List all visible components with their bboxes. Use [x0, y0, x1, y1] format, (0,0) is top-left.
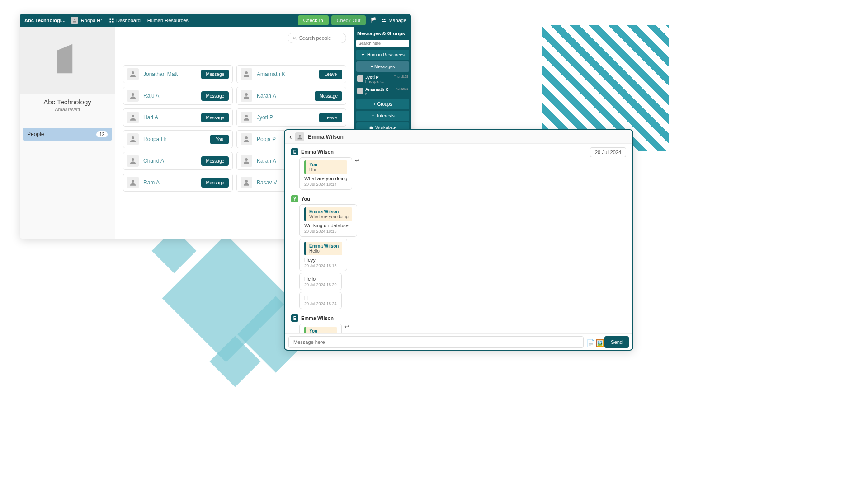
person-action-button[interactable]: Message [315, 91, 342, 101]
people-tab[interactable]: People 12 [23, 128, 112, 141]
person-card: Jonathan Matt Message [123, 65, 233, 83]
person-name[interactable]: Roopa Hr [143, 136, 210, 142]
message-text: H [304, 295, 337, 300]
svg-point-21 [362, 54, 363, 55]
svg-point-10 [245, 71, 248, 74]
svg-rect-25 [370, 126, 372, 127]
check-out-button[interactable]: Check-Out [331, 15, 366, 25]
top-bar: Abc Technologi... Roopa Hr Dashboard Hum… [20, 14, 411, 27]
person-action-button[interactable]: You [210, 135, 229, 144]
convo-avatar-icon [357, 75, 363, 82]
message-bubble[interactable]: YouHhiHii20 Jul 2024 20:08 [299, 324, 342, 333]
message-bubble[interactable]: H20 Jul 2024 18:24 [299, 292, 342, 309]
svg-point-11 [132, 93, 134, 96]
nav-human-resources[interactable]: Human Resources [147, 18, 189, 23]
sidebar-item-messages[interactable]: + Messages [356, 61, 409, 72]
message-bubble[interactable]: Emma WilsonHelloHeyy20 Jul 2024 18:15 [299, 239, 347, 271]
back-arrow-icon[interactable]: ‹ [289, 133, 292, 141]
person-name[interactable]: Jonathan Matt [143, 71, 201, 77]
manage-link[interactable]: Manage [381, 18, 406, 23]
svg-point-14 [245, 115, 248, 117]
person-name[interactable]: Amarnath K [257, 71, 319, 77]
chat-footer: 📄 🖼️ Send [285, 333, 632, 350]
person-name[interactable]: Raju A [143, 93, 201, 99]
person-action-button[interactable]: Message [201, 113, 229, 122]
people-count-badge: 12 [96, 131, 108, 137]
person-action-button[interactable]: Message [201, 91, 229, 101]
person-avatar-icon [127, 177, 139, 188]
current-user-name[interactable]: Roopa Hr [81, 18, 102, 23]
convo-preview: hi [365, 92, 392, 96]
person-avatar-icon [241, 155, 252, 167]
attach-file-icon[interactable]: 📄 [586, 339, 593, 345]
attach-image-icon[interactable]: 🖼️ [595, 339, 602, 345]
search-people-input[interactable] [299, 35, 341, 41]
org-logo [20, 27, 115, 94]
chat-contact-avatar [295, 132, 304, 141]
flag-icon[interactable]: 🏳️ [370, 17, 377, 23]
person-avatar-icon [127, 68, 139, 80]
svg-point-6 [384, 19, 386, 20]
quoted-message: YouHhi [304, 327, 337, 333]
convo-avatar-icon [357, 88, 363, 94]
person-avatar-icon [127, 155, 139, 167]
svg-point-12 [245, 93, 248, 96]
sidebar-item-groups[interactable]: + Groups [356, 99, 409, 109]
person-name[interactable]: Hari A [143, 114, 201, 121]
person-action-button[interactable]: Message [201, 178, 229, 188]
send-button[interactable]: Send [604, 336, 629, 348]
person-action-button[interactable]: Leave [319, 113, 342, 122]
chat-contact-name: Emma Wilson [308, 134, 344, 140]
convo-preview: hi roopa, t... [365, 80, 392, 84]
person-name[interactable]: Jyoti P [257, 114, 319, 121]
person-action-button[interactable]: Message [201, 70, 229, 79]
person-name[interactable]: Karan A [257, 93, 315, 99]
person-avatar-icon [241, 90, 252, 102]
svg-point-15 [132, 136, 134, 139]
person-name[interactable]: Ram A [143, 179, 201, 186]
check-in-button[interactable]: Check-In [298, 15, 329, 25]
quoted-message: Emma WilsonWhat are you doing [304, 207, 352, 221]
person-card: Ram A Message [123, 174, 233, 192]
reply-icon[interactable]: ↩ [344, 324, 349, 330]
message-input[interactable] [288, 336, 584, 348]
chat-body[interactable]: 20-Jul-2024 EEmma WilsonYouHhiWhat are y… [285, 144, 632, 333]
sidebar-conversation[interactable]: Jyoti P hi roopa, t... Thu 18:58 [354, 73, 411, 85]
messages-sidebar-title: Messages & Groups [354, 27, 411, 40]
message-time: 20 Jul 2024 18:24 [304, 301, 337, 306]
reply-icon[interactable]: ↩ [355, 157, 359, 164]
sender-badge: Y [291, 195, 298, 202]
convo-time: Thu 18:58 [394, 75, 408, 78]
message-bubble[interactable]: Hello20 Jul 2024 18:20 [299, 273, 342, 290]
sidebar-conversation[interactable]: Amarnath K hi Thu 20:11 [354, 85, 411, 98]
message-group: EEmma WilsonYouHhiHii20 Jul 2024 20:08↩ [291, 314, 626, 333]
svg-point-13 [132, 115, 134, 117]
svg-point-23 [373, 115, 374, 116]
nav-dashboard[interactable]: Dashboard [109, 18, 141, 23]
convo-name: Jyoti P [365, 75, 392, 80]
person-action-button[interactable]: Leave [319, 70, 342, 79]
sidebar-search-input[interactable] [356, 40, 409, 47]
message-bubble[interactable]: Emma WilsonWhat are you doingWorking on … [299, 204, 357, 237]
search-people-box[interactable] [288, 33, 346, 43]
user-avatar-icon [71, 17, 78, 24]
org-location: Amaaravati [20, 107, 115, 112]
message-group: YYouEmma WilsonWhat are you doingWorking… [291, 195, 626, 311]
svg-point-0 [74, 19, 75, 20]
svg-point-17 [132, 158, 134, 161]
person-card: Amarnath K Leave [236, 65, 346, 83]
sidebar-item-hr[interactable]: Human Resources [356, 50, 409, 60]
svg-point-26 [299, 135, 301, 137]
svg-point-5 [382, 19, 384, 20]
person-name[interactable]: Chand A [143, 158, 201, 164]
chat-date-badge: 20-Jul-2024 [590, 147, 626, 157]
convo-time: Thu 20:11 [394, 87, 408, 90]
message-text: What are you doing [304, 176, 347, 181]
svg-rect-1 [109, 19, 111, 20]
sidebar-item-interests[interactable]: Interests [356, 111, 409, 121]
svg-rect-2 [112, 19, 114, 20]
message-text: Heyy [304, 257, 342, 263]
org-sidebar: Abc Technology Amaaravati People 12 [20, 27, 115, 239]
message-bubble[interactable]: YouHhiWhat are you doing20 Jul 2024 18:1… [299, 157, 352, 190]
person-action-button[interactable]: Message [201, 156, 229, 166]
